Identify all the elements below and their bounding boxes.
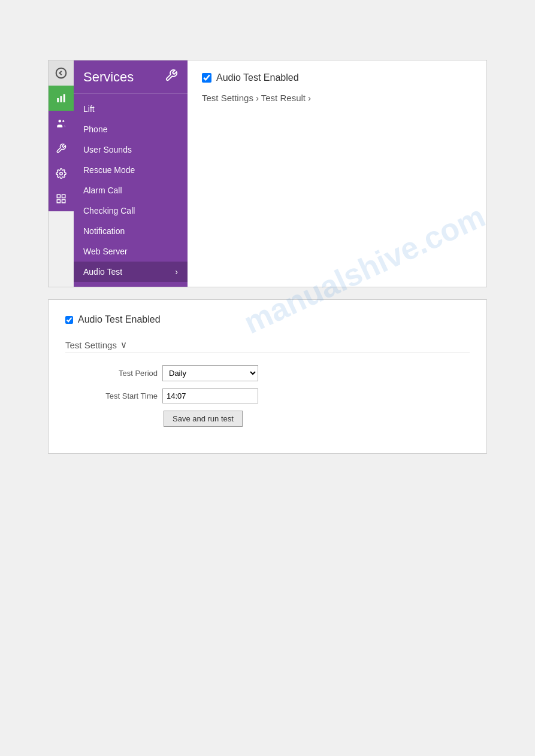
tools-icon[interactable] — [49, 136, 74, 161]
back-button[interactable] — [49, 60, 74, 86]
test-result-chevron-icon: › — [308, 93, 311, 103]
test-settings-chevron-icon: › — [256, 93, 259, 103]
svg-rect-2 — [61, 96, 62, 102]
svg-point-6 — [60, 172, 63, 175]
menu-item-alarm-call[interactable]: Alarm Call — [74, 180, 188, 201]
settings-form: Test Period Daily Weekly Monthly Test St… — [80, 365, 470, 427]
menu-item-notification[interactable]: Notification — [74, 221, 188, 241]
svg-point-0 — [56, 68, 67, 78]
menu-item-phone[interactable]: Phone — [74, 119, 188, 139]
svg-rect-8 — [62, 195, 65, 198]
top-content-panel: Audio Test Enabled Test Settings › Test … — [188, 60, 486, 287]
services-panel: Services Lift Phone User Sounds Rescue M… — [74, 60, 188, 287]
users-icon[interactable] — [49, 111, 74, 136]
top-audio-test-row: Audio Test Enabled — [202, 72, 472, 83]
test-start-time-label: Test Start Time — [80, 391, 158, 400]
grid-icon[interactable] — [49, 186, 74, 211]
test-settings-section-header[interactable]: Test Settings ∨ — [65, 337, 470, 353]
active-chevron-icon: › — [175, 267, 178, 277]
gear-icon[interactable] — [49, 161, 74, 186]
svg-rect-10 — [57, 200, 60, 203]
menu-item-rescue-mode[interactable]: Rescue Mode — [74, 160, 188, 180]
test-start-time-input[interactable] — [162, 388, 258, 403]
save-button-row: Save and run test — [80, 411, 470, 427]
svg-point-4 — [59, 120, 62, 123]
svg-rect-3 — [64, 94, 65, 102]
test-period-select[interactable]: Daily Weekly Monthly — [162, 365, 258, 381]
menu-item-lift[interactable]: Lift — [74, 99, 188, 119]
top-audio-test-checkbox[interactable] — [202, 73, 211, 83]
collapse-icon: ∨ — [120, 339, 127, 350]
top-audio-test-label: Audio Test Enabled — [216, 72, 299, 83]
bottom-panel: Audio Test Enabled Test Settings ∨ Test … — [48, 299, 487, 454]
test-period-row: Test Period Daily Weekly Monthly — [80, 365, 470, 381]
menu-item-audio-test[interactable]: Audio Test › — [74, 262, 188, 282]
svg-rect-7 — [57, 195, 60, 198]
services-header-icon — [165, 69, 178, 85]
icon-sidebar — [49, 60, 74, 287]
svg-point-5 — [62, 120, 64, 122]
services-header: Services — [74, 60, 188, 94]
svg-rect-1 — [57, 98, 59, 102]
test-settings-link[interactable]: Test Settings › — [202, 93, 259, 103]
menu-item-checking-call[interactable]: Checking Call — [74, 201, 188, 221]
test-settings-section-label: Test Settings — [65, 340, 117, 350]
menu-item-user-sounds[interactable]: User Sounds — [74, 139, 188, 160]
bottom-audio-test-checkbox[interactable] — [65, 316, 73, 324]
save-and-run-test-button[interactable]: Save and run test — [164, 411, 243, 427]
services-menu: Lift Phone User Sounds Rescue Mode Alarm… — [74, 94, 188, 287]
bar-chart-icon[interactable] — [49, 86, 74, 111]
svg-rect-9 — [62, 200, 65, 203]
test-period-label: Test Period — [80, 369, 158, 378]
bottom-audio-test-row: Audio Test Enabled — [65, 314, 470, 325]
test-result-link[interactable]: Test Result › — [261, 93, 311, 103]
menu-item-web-server[interactable]: Web Server — [74, 241, 188, 262]
bottom-audio-test-label: Audio Test Enabled — [78, 314, 161, 325]
services-title: Services — [83, 69, 134, 85]
test-start-time-row: Test Start Time — [80, 388, 470, 403]
